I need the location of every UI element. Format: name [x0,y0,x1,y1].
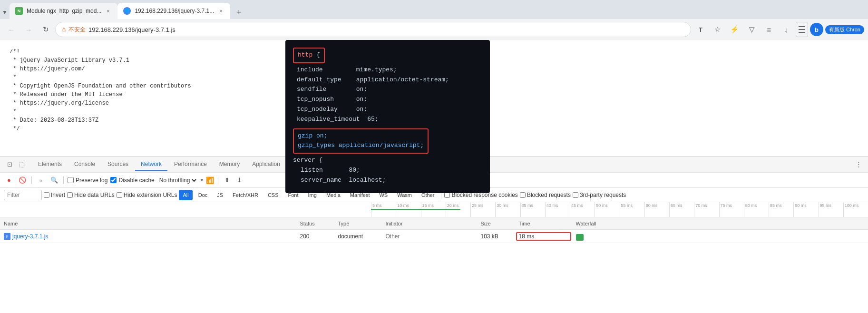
file-icon: js [4,233,10,240]
tab-performance[interactable]: Performance [168,158,213,171]
td-initiator: Other [382,231,477,242]
filter-btn-fetch-xhr[interactable]: Fetch/XHR [229,190,262,200]
th-status[interactable]: Status [296,219,334,228]
tab-network[interactable]: Network [135,158,167,171]
address-bar[interactable]: ⚠ 不安全 192.168.229.136/jquery-3.7.1.js [55,22,691,37]
bookmark-button[interactable]: ☆ [710,22,725,37]
hide-ext-urls-input[interactable] [117,192,122,198]
nginx-server-line: server { [293,156,482,166]
tab-scroll-btn[interactable]: ▼ [0,6,10,19]
address-bar-row: ← → ↻ ⚠ 不安全 192.168.229.136/jquery-3.7.1… [0,19,868,40]
nginx-gzip-on-line: gzip on; [298,131,424,141]
th-waterfall[interactable]: Waterfall [572,219,868,228]
tab-sources[interactable]: Sources [102,158,134,171]
preserve-log-input[interactable] [68,177,74,183]
toolbar-separator-1 [31,176,32,184]
th-type[interactable]: Type [334,219,382,228]
preserve-log-checkbox[interactable]: Preserve log [68,177,107,184]
new-version-hint[interactable]: 有新版 Chron [825,25,864,34]
record-button[interactable]: ● [4,175,14,186]
hide-ext-urls-checkbox[interactable]: Hide extension URLs [117,192,177,198]
hide-data-urls-input[interactable] [67,192,73,198]
url-text: 192.168.229.136/jquery-3.7.1.js [88,26,176,33]
th-time[interactable]: Time [515,219,572,228]
disable-cache-input[interactable] [110,177,117,183]
th-name[interactable]: Name [0,219,296,228]
security-warning-icon: ⚠ [61,26,67,33]
tab-2-title: 192.168.229.136/jquery-3.7.1... [135,8,214,14]
th-size[interactable]: Size [477,219,515,228]
inspect-element-button[interactable]: ⊡ [4,159,15,170]
filter-input[interactable] [4,190,42,200]
nginx-keepalive-line: keepalive_timeout 65; [293,115,482,125]
timeline-green-bar [371,209,460,210]
invert-input[interactable] [44,192,49,198]
hide-ext-urls-label: Hide extension URLs [124,192,177,198]
toolbar-separator-2 [63,176,64,184]
tab-application[interactable]: Application [246,158,286,171]
third-party-input[interactable] [573,192,578,198]
td-type: document [334,231,382,242]
new-tab-button[interactable]: + [232,6,245,19]
nginx-server-name-line: server_name localhost; [293,176,482,186]
filter-button[interactable]: ⬦ [36,175,46,186]
security-text: 不安全 [68,26,86,34]
tab-2[interactable]: 🌐 192.168.229.136/jquery-3.7.1... × [117,3,230,19]
blocked-requests-checkbox[interactable]: Blocked requests [520,192,571,198]
devtools-more-button[interactable]: ⋮ [853,159,864,170]
nginx-default-type-line: default_type application/octet-stream; [293,75,482,85]
tab-bar: ▼ N Module ngx_http_gzip_mod... × 🌐 192.… [0,0,868,19]
invert-checkbox[interactable]: Invert [44,192,65,198]
td-time: 18 ms [515,231,572,242]
hide-data-urls-label: Hide data URLs [74,192,115,198]
profile-button[interactable]: b [810,23,823,36]
toolbar-right: T ☆ ⚡ ▽ ≡ ↓ b 有新版 Chron [693,22,864,37]
device-toolbar-button[interactable]: ⬚ [16,159,28,170]
filter-btn-css[interactable]: CSS [264,190,283,200]
translate-button[interactable]: T [693,22,708,37]
disable-cache-checkbox[interactable]: Disable cache [110,177,154,184]
browser-window: ▼ N Module ngx_http_gzip_mod... × 🌐 192.… [0,0,868,313]
filter-btn-doc[interactable]: Doc [195,190,212,200]
third-party-checkbox[interactable]: 3rd-party requests [573,192,626,198]
network-table: Name Status Type Initiator Size Time Wat… [0,217,868,313]
forward-button[interactable]: → [21,22,36,37]
filter-btn-js[interactable]: JS [213,190,227,200]
tab-1-title: Module ngx_http_gzip_mod... [27,8,101,14]
download-button[interactable]: ↓ [779,22,794,37]
tab-2-close[interactable]: × [217,7,224,15]
nginx-http-keyword: http [298,51,312,59]
blocked-requests-input[interactable] [520,192,526,198]
waterfall-bar [576,234,584,241]
upload-button[interactable]: ⬆ [222,175,233,186]
tab-1-close[interactable]: × [104,7,112,15]
filter-btn-all[interactable]: All [179,190,192,200]
invert-label: Invert [51,192,65,198]
back-button[interactable]: ← [4,22,19,37]
wifi-icon: 📶 [206,176,214,184]
extension1-button[interactable]: ⚡ [727,22,742,37]
throttle-chevron: ▾ [201,177,203,183]
download-button[interactable]: ⬇ [234,175,245,186]
tab-memory[interactable]: Memory [214,158,245,171]
reload-button[interactable]: ↻ [38,22,53,37]
clear-button[interactable]: 🚫 [17,175,28,186]
tab-elements[interactable]: Elements [32,158,68,171]
devtools-left-icons: ⊡ ⬚ [4,159,28,170]
upload-download-area: ⬆ ⬇ [222,175,245,186]
side-panel-toggle[interactable] [796,22,808,37]
extension2-button[interactable]: ▽ [744,22,760,37]
blocked-requests-label: Blocked requests [527,192,571,198]
tab-1[interactable]: N Module ngx_http_gzip_mod... × [10,3,117,19]
nginx-sendfile-line: sendfile on; [293,85,482,95]
table-row[interactable]: js jquery-3.7.1.js 200 document Other 10… [0,230,868,243]
nginx-config-overlay: http { include mime.types; default_type … [285,40,490,193]
extension3-button[interactable]: ≡ [761,22,777,37]
search-button[interactable]: 🔍 [49,175,59,186]
tab-console[interactable]: Console [68,158,101,171]
tab-2-favicon: 🌐 [123,7,131,15]
hide-data-urls-checkbox[interactable]: Hide data URLs [67,192,115,198]
th-initiator[interactable]: Initiator [382,219,477,228]
toolbar-separator-3 [218,176,218,184]
throttle-select[interactable]: No throttling [157,176,198,184]
